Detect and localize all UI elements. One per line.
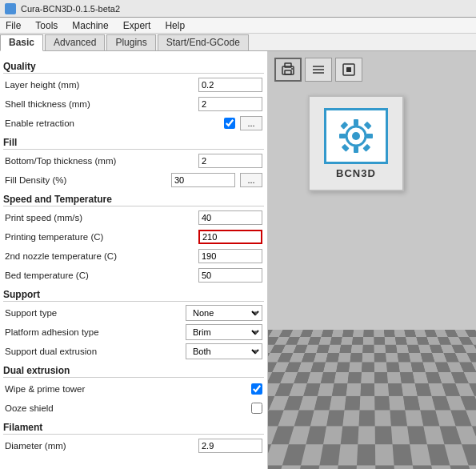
checkerboard-floor [268, 309, 476, 469]
svg-rect-1 [285, 63, 291, 67]
row-support-type: Support type None Touching buildplate Ev… [3, 304, 264, 322]
svg-rect-14 [366, 134, 373, 138]
settings-icon [341, 62, 357, 78]
label-diameter: Diameter (mm) [5, 441, 198, 451]
label-support-dual-extrusion: Support dual extrusion [5, 347, 186, 356]
svg-rect-13 [339, 134, 346, 138]
row-support-dual-extrusion: Support dual extrusion Both First extrud… [3, 343, 264, 360]
label-support-type: Support type [5, 308, 186, 318]
layers-view-button[interactable] [305, 58, 332, 82]
row-ooze-shield: Ooze shield [3, 399, 264, 417]
section-filament: Filament [3, 422, 264, 435]
label-layer-height: Layer height (mm) [5, 80, 198, 90]
row-platform-adhesion: Platform adhesion type None Brim Raft [3, 323, 264, 341]
checkbox-wipe-prime-tower[interactable] [251, 383, 262, 395]
row-bottom-top-thickness: Bottom/Top thickness (mm) [3, 152, 264, 170]
section-speed-temp: Speed and Temperature [3, 194, 264, 206]
section-support: Support [3, 289, 264, 302]
section-fill: Fill [3, 137, 264, 150]
svg-rect-17 [342, 143, 350, 151]
svg-rect-8 [346, 67, 351, 72]
floor-pattern [268, 309, 476, 330]
select-platform-adhesion[interactable]: None Brim Raft [186, 324, 262, 340]
label-printing-temp: Printing temperature (C) [5, 232, 198, 242]
menu-expert[interactable]: Expert [121, 19, 154, 32]
label-2nd-nozzle-temp: 2nd nozzle temperature (C) [5, 251, 198, 261]
row-fill-density: Fill Density (%) ... [3, 171, 264, 189]
bcn3d-logo-box: BCN3D [308, 95, 404, 191]
tab-startend-gcode[interactable]: Start/End-GCode [158, 34, 249, 50]
label-shell-thickness: Shell thickness (mm) [5, 99, 198, 109]
label-bottom-top-thickness: Bottom/Top thickness (mm) [5, 156, 198, 166]
input-printing-temp[interactable] [198, 230, 262, 244]
main-layout: Quality Layer height (mm) Shell thicknes… [0, 51, 476, 469]
bcn3d-label: BCN3D [336, 167, 376, 179]
svg-point-10 [352, 132, 360, 140]
input-diameter[interactable] [198, 439, 262, 453]
title-bar: Cura-BCN3D-0.1.5-beta2 [0, 0, 476, 18]
select-dual-extrusion-support[interactable]: Both First extruder Second extruder [186, 343, 262, 359]
layers-icon [310, 62, 326, 78]
left-panel: Quality Layer height (mm) Shell thicknes… [0, 51, 268, 469]
input-fill-density[interactable] [171, 173, 235, 187]
input-2nd-nozzle-temp[interactable] [198, 249, 262, 263]
row-bed-temp: Bed temperature (C) [3, 267, 264, 284]
checkbox-ooze-shield[interactable] [251, 403, 262, 414]
select-support-type[interactable]: None Touching buildplate Everywhere [186, 305, 262, 321]
checkbox-enable-retraction[interactable] [224, 118, 235, 129]
label-fill-density: Fill Density (%) [5, 175, 171, 185]
right-panel: BCN3D [268, 51, 476, 469]
menu-tools[interactable]: Tools [33, 19, 60, 32]
tab-plugins[interactable]: Plugins [106, 34, 155, 50]
row-printing-temp: Printing temperature (C) [3, 228, 264, 246]
print-icon [280, 62, 296, 78]
svg-rect-16 [364, 121, 372, 129]
row-2nd-nozzle-temp: 2nd nozzle temperature (C) [3, 247, 264, 265]
settings-view-button[interactable] [335, 58, 362, 82]
tab-advanced[interactable]: Advanced [45, 34, 105, 50]
input-layer-height[interactable] [198, 78, 262, 92]
app-icon [5, 3, 16, 14]
svg-rect-12 [354, 146, 358, 153]
print-view-button[interactable] [274, 58, 302, 82]
row-shell-thickness: Shell thickness (mm) [3, 95, 264, 113]
row-layer-height: Layer height (mm) [3, 76, 264, 94]
gear-svg-icon [336, 116, 376, 156]
label-ooze-shield: Ooze shield [5, 403, 251, 413]
svg-rect-2 [285, 70, 291, 74]
label-wipe-prime-tower: Wipe & prime tower [5, 384, 251, 394]
section-quality: Quality [3, 61, 264, 74]
row-wipe-prime-tower: Wipe & prime tower [3, 380, 264, 398]
menu-machine[interactable]: Machine [70, 19, 110, 32]
tab-bar: Basic Advanced Plugins Start/End-GCode [0, 34, 476, 51]
view-toolbar [274, 58, 362, 82]
input-print-speed[interactable] [198, 210, 262, 225]
svg-point-3 [291, 68, 293, 70]
dots-retraction[interactable]: ... [240, 116, 262, 130]
menu-help[interactable]: Help [162, 19, 187, 32]
app-title: Cura-BCN3D-0.1.5-beta2 [21, 4, 120, 14]
svg-rect-15 [340, 121, 348, 129]
dots-fill-density[interactable]: ... [240, 173, 262, 187]
select-wrapper-platform-adhesion: None Brim Raft [186, 324, 262, 340]
row-print-speed: Print speed (mm/s) [3, 209, 264, 226]
section-dual-extrusion: Dual extrusion [3, 365, 264, 378]
bcn3d-logo-inner [324, 108, 388, 164]
label-platform-adhesion: Platform adhesion type [5, 327, 186, 337]
label-print-speed: Print speed (mm/s) [5, 213, 198, 222]
input-shell-thickness[interactable] [198, 97, 262, 111]
row-diameter: Diameter (mm) [3, 437, 264, 455]
label-bed-temp: Bed temperature (C) [5, 271, 198, 280]
select-wrapper-support-type: None Touching buildplate Everywhere [186, 305, 262, 321]
select-wrapper-dual-extrusion-support: Both First extruder Second extruder [186, 343, 262, 359]
input-bottom-top-thickness[interactable] [198, 154, 262, 168]
svg-rect-18 [362, 143, 370, 151]
svg-rect-11 [354, 119, 358, 126]
menu-file[interactable]: File [3, 19, 23, 32]
menu-bar: File Tools Machine Expert Help [0, 18, 476, 34]
input-bed-temp[interactable] [198, 268, 262, 283]
row-enable-retraction: Enable retraction ... [3, 114, 264, 132]
label-enable-retraction: Enable retraction [5, 118, 224, 128]
tab-basic[interactable]: Basic [0, 34, 43, 51]
